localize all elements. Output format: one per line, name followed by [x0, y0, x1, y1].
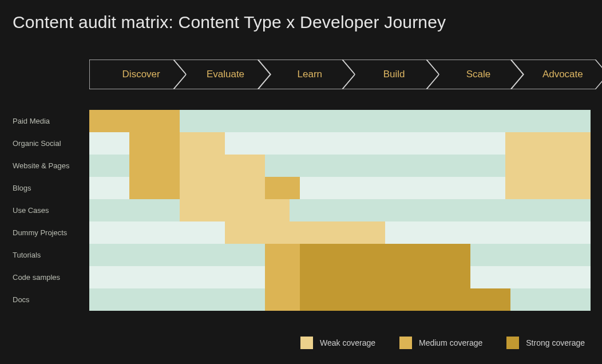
- page-title: Content audit matrix: Content Type x Dev…: [13, 13, 446, 32]
- row-track: [89, 110, 591, 132]
- coverage-segment-medium: [129, 155, 180, 177]
- legend-item-strong: Strong coverage: [506, 337, 585, 349]
- row-label: Website & Pages: [11, 155, 89, 177]
- matrix-row: Organic Social: [11, 132, 591, 155]
- row-label: Tutorials: [11, 244, 89, 266]
- matrix-row: Docs: [11, 288, 591, 311]
- row-label: Organic Social: [11, 132, 89, 155]
- journey-stage-header: Discover Evaluate Learn Build Scale Advo…: [89, 60, 595, 89]
- legend-swatch-medium: [399, 337, 412, 349]
- matrix-row: Blogs: [11, 177, 591, 199]
- coverage-segment-weak: [505, 155, 591, 177]
- coverage-segment-weak: [505, 132, 591, 155]
- coverage-segment-medium: [129, 177, 180, 199]
- matrix-row: Dummy Projects: [11, 221, 591, 244]
- row-label: Paid Media: [11, 110, 89, 132]
- coverage-segment-strong: [300, 266, 470, 288]
- content-matrix: Paid MediaOrganic SocialWebsite & PagesB…: [11, 110, 591, 311]
- coverage-segment-weak: [180, 155, 265, 177]
- legend-item-medium: Medium coverage: [399, 337, 482, 349]
- coverage-segment-medium: [89, 110, 180, 132]
- row-track: [89, 132, 591, 155]
- coverage-segment-weak: [180, 199, 290, 221]
- journey-stage-advocate: Advocate: [511, 60, 602, 89]
- journey-stage-label: Scale: [426, 60, 523, 89]
- journey-stage-learn: Learn: [258, 60, 355, 89]
- matrix-row: Tutorials: [11, 244, 591, 266]
- row-label: Use Cases: [11, 199, 89, 221]
- coverage-segment-medium: [265, 266, 300, 288]
- row-label: Dummy Projects: [11, 221, 89, 244]
- coverage-segment-medium: [265, 177, 300, 199]
- row-track: [89, 244, 591, 266]
- journey-stage-label: Evaluate: [173, 60, 270, 89]
- coverage-segment-medium: [265, 244, 300, 266]
- row-label: Code samples: [11, 266, 89, 288]
- coverage-segment-weak: [505, 177, 591, 199]
- journey-stage-label: Advocate: [511, 60, 602, 89]
- row-track: [89, 177, 591, 199]
- legend-label-weak: Weak coverage: [320, 338, 375, 347]
- coverage-segment-strong: [300, 288, 510, 311]
- matrix-row: Code samples: [11, 266, 591, 288]
- journey-stage-label: Discover: [89, 60, 186, 89]
- coverage-segment-strong: [300, 244, 470, 266]
- matrix-row: Website & Pages: [11, 155, 591, 177]
- row-track: [89, 288, 591, 311]
- legend-swatch-weak: [300, 337, 313, 349]
- coverage-segment-weak: [225, 221, 385, 244]
- row-label: Blogs: [11, 177, 89, 199]
- coverage-segment-weak: [180, 132, 225, 155]
- legend-swatch-strong: [506, 337, 519, 349]
- journey-stage-build: Build: [342, 60, 439, 89]
- matrix-row: Paid Media: [11, 110, 591, 132]
- row-track: [89, 266, 591, 288]
- coverage-segment-weak: [180, 177, 265, 199]
- coverage-segment-medium: [265, 288, 300, 311]
- journey-stage-label: Learn: [258, 60, 355, 89]
- row-label: Docs: [11, 288, 89, 311]
- row-track: [89, 199, 591, 221]
- coverage-segment-medium: [129, 132, 180, 155]
- journey-stage-label: Build: [342, 60, 439, 89]
- row-track: [89, 155, 591, 177]
- legend-label-strong: Strong coverage: [526, 338, 585, 347]
- journey-stage-scale: Scale: [426, 60, 523, 89]
- journey-stage-discover: Discover: [89, 60, 186, 89]
- matrix-row: Use Cases: [11, 199, 591, 221]
- journey-stage-evaluate: Evaluate: [173, 60, 270, 89]
- legend-label-medium: Medium coverage: [419, 338, 482, 347]
- legend: Weak coverage Medium coverage Strong cov…: [0, 337, 585, 349]
- legend-item-weak: Weak coverage: [300, 337, 375, 349]
- row-track: [89, 221, 591, 244]
